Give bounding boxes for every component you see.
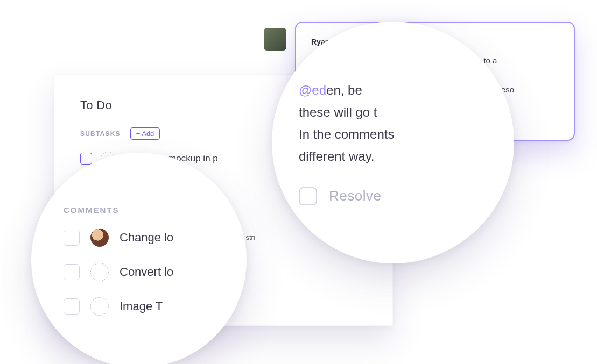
checkbox-icon[interactable]: [80, 153, 92, 165]
resolve-lens: @eden, be these will go t In the comment…: [272, 22, 514, 263]
resolve-label: Resolve: [329, 188, 381, 204]
checkbox-icon[interactable]: [64, 264, 80, 280]
comment-item-label: Image T: [120, 299, 163, 313]
avatar-icon[interactable]: [90, 229, 109, 247]
comment-item[interactable]: Convert lo: [64, 263, 247, 281]
checkbox-icon[interactable]: [64, 298, 80, 315]
resolve-checkbox-icon[interactable]: [299, 187, 317, 205]
assignee-placeholder-icon[interactable]: [90, 297, 109, 316]
lens-line: In the comments: [299, 127, 394, 141]
comment-item-label: Change lo: [120, 231, 173, 245]
comment-item-label: Convert lo: [120, 265, 173, 279]
comments-lens-title: COMMENTS: [64, 205, 247, 215]
comment-item[interactable]: Change lo: [64, 229, 247, 247]
lens-body: @eden, be these will go t In the comment…: [299, 80, 487, 167]
comment-item[interactable]: Image T: [64, 297, 247, 316]
lens-line: different way.: [299, 149, 375, 163]
resolve-row[interactable]: Resolve: [299, 187, 487, 205]
mention-link[interactable]: @ed: [299, 83, 326, 97]
add-subtask-button[interactable]: + Add: [130, 127, 160, 140]
checkbox-icon[interactable]: [64, 230, 80, 246]
commenter-avatar[interactable]: [264, 28, 286, 51]
add-button-label: + Add: [136, 130, 154, 138]
lens-line: these will go t: [299, 105, 377, 119]
subtasks-label: SUBTASKS: [80, 130, 121, 138]
comments-lens: COMMENTS Change lo Convert lo Image T: [31, 153, 247, 364]
assignee-placeholder-icon[interactable]: [90, 263, 109, 281]
